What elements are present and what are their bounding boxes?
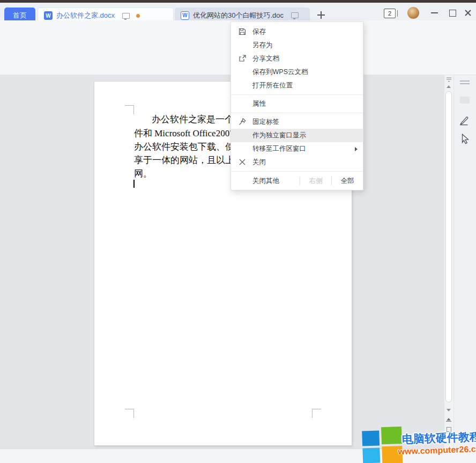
menu-item-move-to-workspace[interactable]: 转移至工作区窗口 xyxy=(231,142,363,156)
ink-pen-icon[interactable] xyxy=(459,115,471,127)
menu-item-label: 关闭其他 xyxy=(252,177,279,186)
window-stack-badge[interactable]: 2 xyxy=(384,9,396,18)
save-icon xyxy=(238,27,247,36)
menu-item-label: 关闭 xyxy=(252,158,266,167)
menu-item-label: 全部 xyxy=(341,177,354,186)
home-button-label: 首页 xyxy=(13,11,27,20)
menu-divider xyxy=(231,171,363,172)
ruler-toggle-icon[interactable] xyxy=(446,77,452,83)
scrollbar-thumb[interactable] xyxy=(445,91,452,402)
doc-text-line[interactable]: 享于一体的网站，且以上 xyxy=(134,154,234,166)
doc-text-line[interactable]: 办公软件安装包下载、使用 xyxy=(134,141,243,153)
close-x-icon xyxy=(238,158,247,166)
menu-item-label: 作为独立窗口显示 xyxy=(252,131,306,140)
menu-item-pin-tab[interactable]: 固定标签 xyxy=(231,115,363,129)
select-cursor-icon[interactable] xyxy=(460,133,471,145)
doc-text-line[interactable]: 办公软件之家是一个 xyxy=(152,113,234,126)
menu-item-label: 保存到WPS云文档 xyxy=(252,68,308,77)
window-count: 2 xyxy=(388,10,391,17)
right-side-toolbar xyxy=(453,75,476,449)
monitor-icon xyxy=(291,12,299,18)
submenu-arrow-icon xyxy=(355,147,358,151)
tab-bar: 首页 W 办公软件之家.docx W 优化网站的30个白帽技巧.doc 2 xyxy=(0,3,476,20)
margin-mark-bottom-right xyxy=(312,409,321,418)
menu-item-label: 另存为 xyxy=(252,41,273,50)
menu-item-close-all[interactable]: 全部 xyxy=(332,177,363,186)
panel-placeholder-icon xyxy=(460,97,470,104)
wps-writer-window: 首页 W 办公软件之家.docx W 优化网站的30个白帽技巧.doc 2 文件 xyxy=(0,0,476,463)
doc-text-line[interactable]: 件和 Microsoft Office2007 xyxy=(134,127,234,139)
monitor-icon xyxy=(122,13,130,19)
margin-mark-bottom-left xyxy=(125,409,134,418)
menu-item-save-to-cloud[interactable]: 保存到WPS云文档 xyxy=(231,65,363,79)
share-icon xyxy=(238,54,247,63)
tab-title: 优化网站的30个白帽技巧.doc xyxy=(193,11,284,20)
menu-item-label: 打开所在位置 xyxy=(252,81,293,90)
close-button[interactable] xyxy=(464,9,472,17)
menu-item-close-others[interactable]: 关闭其他 xyxy=(231,177,300,186)
user-avatar[interactable] xyxy=(407,7,419,19)
menu-item-label: 转移至工作区窗口 xyxy=(252,144,306,153)
menu-item-close[interactable]: 关闭 xyxy=(231,156,363,169)
maximize-button[interactable] xyxy=(449,10,456,17)
menu-item-label: 属性 xyxy=(252,99,266,108)
menu-item-show-as-window[interactable]: 作为独立窗口显示 xyxy=(231,129,363,142)
menu-divider xyxy=(231,94,363,95)
menu-item-share-document[interactable]: 分享文档 xyxy=(231,52,363,65)
site-watermark: 电脑软硬件教程网 www.computer26.com xyxy=(358,420,476,463)
new-tab-button[interactable] xyxy=(316,10,326,20)
tab-context-menu: 保存 另存为 分享文档 保存到WPS云文档 打开所在位置 属性 固定标签 xyxy=(230,21,363,190)
menu-item-properties[interactable]: 属性 xyxy=(231,97,363,111)
menu-item-close-right: 右侧 xyxy=(300,177,331,186)
menu-item-label: 固定标签 xyxy=(252,117,279,127)
wps-writer-doc-icon: W xyxy=(181,11,189,20)
menu-item-save[interactable]: 保存 xyxy=(231,25,363,39)
windows-flag-icon xyxy=(362,427,404,463)
unsaved-dot-icon xyxy=(136,14,140,18)
wps-writer-doc-icon: W xyxy=(44,11,53,20)
menu-item-label: 保存 xyxy=(252,27,266,36)
menu-item-save-as[interactable]: 另存为 xyxy=(231,39,363,52)
margin-mark-top-left xyxy=(125,105,134,114)
menu-item-open-location[interactable]: 打开所在位置 xyxy=(231,79,363,92)
menu-item-label: 分享文档 xyxy=(252,54,279,63)
text-cursor xyxy=(133,180,135,188)
doc-text-line[interactable]: 网。 xyxy=(134,167,152,180)
menu-divider xyxy=(231,113,363,113)
pin-icon xyxy=(238,117,247,126)
minimize-button[interactable] xyxy=(431,12,438,13)
tab-title: 办公软件之家.docx xyxy=(56,11,115,20)
scroll-up-icon[interactable] xyxy=(447,85,451,88)
menu-footer: 关闭其他 右侧 全部 xyxy=(231,174,363,188)
scroll-down-icon[interactable] xyxy=(447,409,451,411)
menu-item-label: 右侧 xyxy=(309,177,323,186)
ruler-lines-icon[interactable] xyxy=(460,80,470,82)
